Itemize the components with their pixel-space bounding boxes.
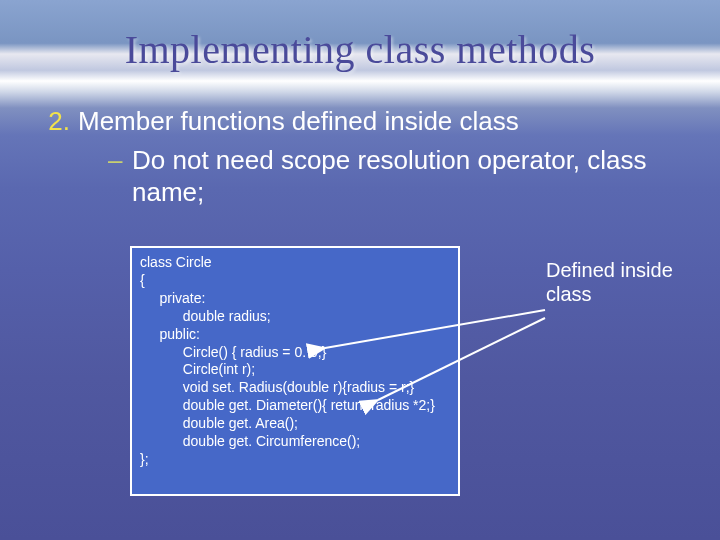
content-area: 2. Member functions defined inside class… <box>0 73 720 209</box>
annotation-label: Defined inside class <box>546 258 720 306</box>
sub-list-dash: – <box>108 144 132 209</box>
list-number: 2. <box>44 105 78 138</box>
list-item: 2. Member functions defined inside class <box>44 105 676 138</box>
list-text: Member functions defined inside class <box>78 105 519 138</box>
sub-list-text: Do not need scope resolution operator, c… <box>132 144 676 209</box>
code-box: class Circle { private: double radius; p… <box>130 246 460 496</box>
slide-title: Implementing class methods <box>0 0 720 73</box>
sub-list-item: – Do not need scope resolution operator,… <box>44 144 676 209</box>
